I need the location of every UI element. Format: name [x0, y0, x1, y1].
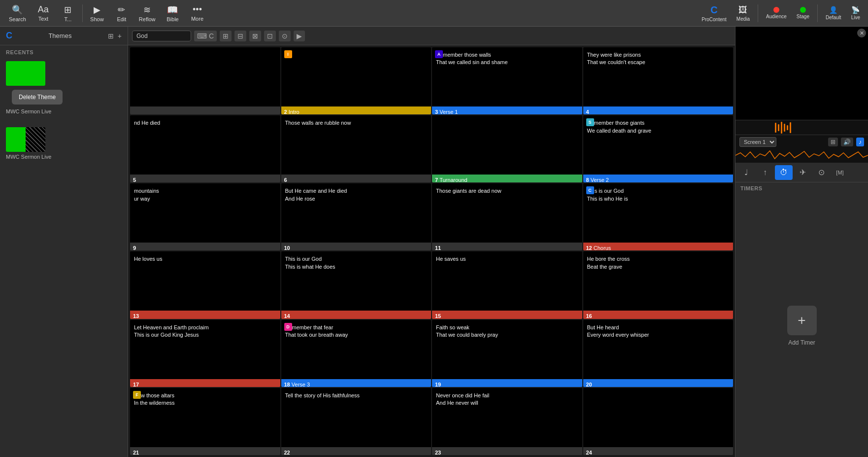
add-timer-icon: +: [798, 313, 805, 328]
theme-item-1[interactable]: Delete Theme MWC Sermon Live: [0, 57, 128, 118]
toolbar-bible[interactable]: 📖 Bible: [160, 2, 185, 24]
slide-cell-21[interactable]: F Now those altars In the wilderness 21: [130, 388, 280, 455]
slide-content-13: He loves us: [130, 251, 280, 311]
toolbar-default[interactable]: 👤 Default: [822, 4, 845, 22]
slide-content-12: C This is our God This is who He is: [583, 183, 734, 243]
slide-cell-15[interactable]: He saves us 15: [432, 251, 582, 318]
toolbar-more[interactable]: ••• More: [185, 2, 209, 24]
slide-cell-22[interactable]: Tell the story of His faithfulness 22: [281, 388, 432, 455]
toolbar-live[interactable]: 📡 Live: [847, 4, 864, 22]
slide-cell-3[interactable]: A Remember those walls That we called si…: [432, 47, 582, 114]
topbar-btn-grid3[interactable]: ⊠: [249, 31, 261, 41]
toolbar-search[interactable]: 🔍 Search: [4, 2, 31, 24]
slide-content-16: He bore the cross Beat the grave: [583, 251, 734, 311]
slide-cell-13[interactable]: He loves us 13: [130, 251, 280, 318]
media-icon: 🖼: [738, 5, 747, 15]
topbar-btn-play[interactable]: ▶: [294, 31, 305, 41]
slide-content-5: nd He died: [130, 115, 280, 175]
topbar-btn-c[interactable]: ⌨ C: [194, 31, 217, 41]
reflow-icon: ≋: [143, 4, 151, 15]
slide-cell-16[interactable]: He bore the cross Beat the grave 16: [583, 251, 734, 318]
topbar-btn-grid4[interactable]: ⊡: [264, 31, 276, 41]
add-timer-label: Add Timer: [788, 339, 815, 346]
preview-speaker-btn[interactable]: 🔊: [841, 138, 853, 146]
slide-text-15: He saves us: [436, 255, 578, 263]
timer-tab-send[interactable]: ✈: [794, 165, 811, 180]
slide-cell-10[interactable]: But He came and He died And He rose 10: [281, 183, 432, 250]
slide-text-13: He loves us: [134, 255, 276, 263]
toolbar-show[interactable]: ▶ Show: [85, 2, 109, 24]
slide-cell-14[interactable]: This is our God This is what He does 14: [281, 251, 432, 318]
slide-badge-3: A: [435, 50, 443, 58]
timer-tab-m[interactable]: [M]: [831, 165, 849, 180]
slide-cell-1[interactable]: [130, 47, 280, 114]
theme-thumb-split-2: [6, 127, 45, 152]
timer-tab-upload[interactable]: ↑: [756, 165, 774, 180]
slide-cell-18[interactable]: D Remember that fear That took our breat…: [281, 320, 432, 387]
slide-cell-12[interactable]: C This is our God This is who He is 12 C…: [583, 183, 734, 250]
toolbar-audience[interactable]: Audience: [762, 5, 791, 21]
slide-cell-7[interactable]: 7 Turnaround: [432, 115, 582, 182]
waveform-detail: [735, 120, 868, 135]
preview-area: ✕ Screen 1 ⊞ 🔊 ♪: [735, 27, 868, 163]
screen-selector[interactable]: Screen 1: [739, 137, 776, 147]
slide-cell-8[interactable]: S Remember those giants We called death …: [583, 115, 734, 182]
slide-cell-5[interactable]: nd He died 5: [130, 115, 280, 182]
slide-content-22: Tell the story of His faithfulness: [281, 388, 432, 447]
toolbar-edit[interactable]: ✏ Edit: [109, 2, 134, 24]
sidebar-filter-btn[interactable]: ⊞: [108, 32, 114, 40]
slide-cell-19[interactable]: Faith so weak That we could barely pray …: [432, 320, 582, 387]
audience-indicator: [773, 7, 779, 13]
preview-label: Screen 1 ⊞ 🔊 ♪: [735, 135, 868, 149]
slide-text-11: Those giants are dead now: [436, 187, 578, 195]
slide-cell-24[interactable]: 24: [583, 388, 734, 455]
toolbar-text[interactable]: Aa Text: [31, 2, 56, 24]
slide-label-bar-3: 3 Verse 1: [432, 106, 582, 114]
timer-tab-layers[interactable]: ⊙: [812, 165, 830, 180]
slide-content-4: They were like prisons That we couldn't …: [583, 47, 734, 106]
slide-label-bar-12: 12 Chorus: [583, 243, 734, 250]
preview-music-btn[interactable]: ♪: [856, 138, 864, 146]
slide-cell-20[interactable]: But He heard Every word every whisper 20: [583, 320, 734, 387]
toolbar-stage[interactable]: Stage: [793, 5, 813, 21]
slide-text-16: He bore the cross Beat the grave: [587, 255, 730, 271]
toolbar-template[interactable]: ⊞ T...: [56, 2, 80, 24]
thumb-left-2: [6, 127, 26, 152]
preview-monitor-btn[interactable]: ⊞: [828, 138, 838, 146]
slide-cell-11[interactable]: Those giants are dead now 11: [432, 183, 582, 250]
slide-content-21: F Now those altars In the wilderness: [130, 388, 280, 447]
topbar-btn-circle[interactable]: ⊙: [279, 31, 291, 41]
template-icon: ⊞: [64, 4, 71, 15]
slide-label-bar-21: 21: [130, 447, 280, 455]
preview-close-btn[interactable]: ✕: [857, 29, 866, 37]
send-tab-icon: ✈: [800, 168, 806, 177]
sidebar-add-btn[interactable]: +: [118, 32, 122, 40]
toolbar-reflow[interactable]: ≋ Reflow: [134, 2, 161, 24]
slide-label-bar-7: 7 Turnaround: [432, 175, 582, 182]
topbar-btn-grid2[interactable]: ⊟: [234, 31, 246, 41]
timer-tab-music[interactable]: ♩: [737, 165, 755, 180]
toolbar-procontent[interactable]: C ProContent: [698, 2, 731, 24]
slide-cell-9[interactable]: mountains ur way 9: [130, 183, 280, 250]
toolbar-media[interactable]: 🖼 Media: [733, 3, 754, 24]
slide-cell-17[interactable]: Let Heaven and Earth proclaim This is ou…: [130, 320, 280, 387]
slide-cell-23[interactable]: Never once did He fail And He never will…: [432, 388, 582, 455]
timer-tab-clock[interactable]: ⏱: [775, 165, 793, 180]
slide-label-bar-23: 23: [432, 447, 582, 455]
slide-text-4: They were like prisons That we couldn't …: [587, 51, 730, 67]
slide-content-15: He saves us: [432, 251, 582, 311]
slide-search-input[interactable]: [132, 31, 191, 41]
slide-cell-6[interactable]: Those walls are rubble now 6: [281, 115, 432, 182]
theme-item-2[interactable]: MWC Sermon Live: [0, 123, 128, 164]
delete-theme-popup[interactable]: Delete Theme: [12, 90, 63, 105]
slide-label-bar-24: 24: [583, 447, 734, 455]
thumb-right-2: [26, 127, 45, 152]
topbar-btn-grid1[interactable]: ⊞: [220, 31, 232, 41]
slide-cell-2[interactable]: I 2 Intro: [281, 47, 432, 114]
sidebar-icon-group: ⊞ +: [108, 32, 122, 40]
slide-label-bar-8: 8 Verse 2: [583, 175, 734, 182]
add-timer-button[interactable]: +: [787, 306, 817, 335]
slide-text-18: Remember that fear That took our breath …: [285, 324, 428, 339]
slide-label-bar-19: 19: [432, 379, 582, 387]
slide-cell-4[interactable]: They were like prisons That we couldn't …: [583, 47, 734, 114]
